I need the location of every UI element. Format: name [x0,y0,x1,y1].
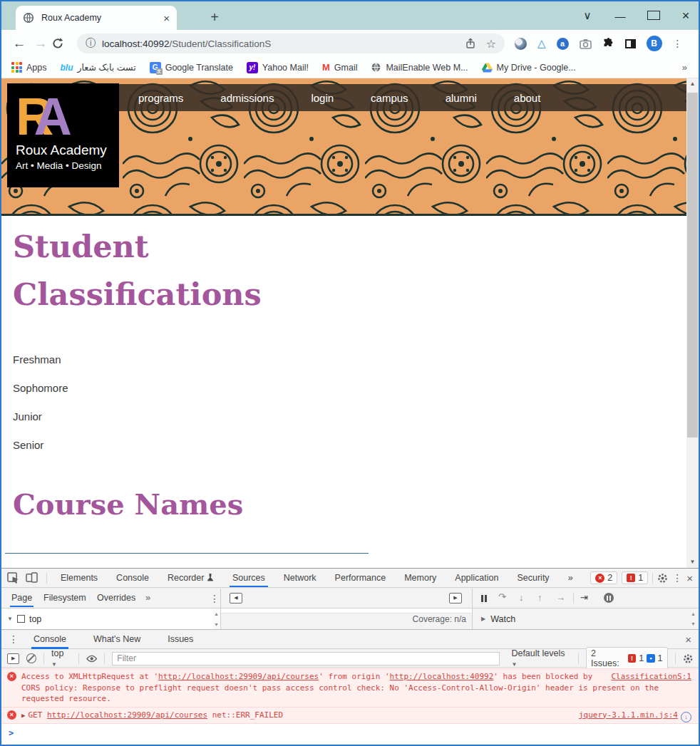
device-toolbar-icon[interactable] [26,572,38,584]
request-initiator-icon[interactable]: ↓ [681,712,691,722]
window-minimize-button[interactable]: — [614,10,626,22]
step-over-icon[interactable]: ↷ [498,591,506,602]
clear-console-icon[interactable] [26,653,36,663]
translator-extension-icon[interactable]: △ [537,37,546,50]
share-icon[interactable] [465,38,476,49]
console-context-selector[interactable]: top ▼ [51,648,71,668]
devtools-tab-console[interactable]: Console [113,569,152,587]
profile-avatar[interactable]: B [647,36,662,51]
failed-request-url-link[interactable]: http://localhost:29909/api/courses [47,710,207,720]
pause-script-icon[interactable] [480,594,488,604]
reload-button[interactable] [51,37,73,50]
devtools-menu-icon[interactable]: ⋮ [672,572,682,584]
step-out-icon[interactable]: ↑ [537,592,542,603]
drawer-tab-console[interactable]: Console [31,630,68,649]
forward-button[interactable]: → [30,36,51,51]
devtools-tab-elements[interactable]: Elements [58,569,101,587]
log-levels-selector[interactable]: Default levels ▼ [511,648,571,668]
expand-triangle-icon[interactable]: ▶ [21,712,25,719]
console-error-get-failed[interactable]: × jquery-3.1.1.min.js:4↓ ▶GET http://loc… [1,708,699,725]
console-filter-input[interactable] [112,652,500,665]
editor-pane[interactable]: Coverage: n/a [221,608,472,629]
console-error-cors[interactable]: × ClassificationS:1 Access to XMLHttpReq… [1,668,699,708]
site-logo[interactable]: RA Roux Academy Art • Media • Design [7,83,119,187]
browser-tab[interactable]: Roux Academy × [16,6,177,30]
show-debugger-sidebar-icon[interactable]: ▶ [449,593,462,603]
scrollbar-thumb[interactable] [687,93,698,437]
devtools-tab-sources[interactable]: Sources [230,569,268,587]
bookmark-gmail[interactable]: M Gmail [322,62,358,73]
issues-summary[interactable]: 2 Issues: !1 ▪1 [586,647,668,670]
step-into-icon[interactable]: ↓ [519,592,524,603]
apps-shortcut[interactable]: Apps [11,62,47,73]
nav-admissions[interactable]: admissions [220,92,274,104]
devtools-tab-performance[interactable]: Performance [332,569,389,587]
new-tab-button[interactable]: + [205,9,224,27]
frame-tree[interactable]: ▼ top [1,608,212,629]
console-settings-gear-icon[interactable] [683,653,694,664]
drawer-close-icon[interactable]: × [685,633,691,646]
window-close-button[interactable]: × [680,9,691,24]
nav-about[interactable]: about [514,92,541,104]
nav-programs[interactable]: programs [138,92,183,104]
inspect-element-icon[interactable] [7,572,19,584]
download-manager-extension-icon[interactable] [515,38,527,50]
sources-tab-filesystem[interactable]: Filesystem [42,589,88,607]
console-prompt[interactable]: > [1,724,699,742]
bookmark-google-translate[interactable]: G文 Google Translate [150,62,233,73]
error-source-link[interactable]: ClassificationS:1 [611,671,691,683]
side-panel-icon[interactable] [625,39,636,48]
sources-tab-overrides[interactable]: Overrides [96,589,137,607]
scrollbar-up-icon[interactable]: ▲ [686,78,699,90]
site-info-icon[interactable]: ⓘ [86,37,96,50]
devtools-tab-memory[interactable]: Memory [401,569,439,587]
console-errors-badge[interactable]: ×2 [590,571,617,584]
error-origin-link[interactable]: http://localhost:40992 [390,672,494,681]
bookmark-my-drive[interactable]: My Drive - Google... [482,63,576,73]
issues-badge[interactable]: !1 [622,571,648,584]
console-sidebar-icon[interactable]: ▶ [7,653,19,664]
screenshot-camera-icon[interactable] [580,38,592,49]
devtools-close-icon[interactable]: × [686,572,693,584]
browser-menu-icon[interactable]: ⋮ [673,38,683,49]
tab-close-icon[interactable]: × [163,12,170,24]
watch-expand-icon[interactable]: ▶ [481,616,485,622]
nav-login[interactable]: login [311,92,334,104]
window-maximize-button[interactable] [647,10,659,22]
extensions-puzzle-icon[interactable] [602,38,614,50]
step-icon[interactable]: → [556,592,565,603]
nav-alumni[interactable]: alumni [446,92,477,104]
devtools-tab-application[interactable]: Application [452,569,501,587]
page-scrollbar[interactable]: ▲ ▼ [686,78,699,568]
sources-tabs-overflow[interactable]: » [144,589,152,607]
bookmark-yahoo-mail[interactable]: y! Yahoo Mail! [247,62,309,73]
devtools-tab-security[interactable]: Security [514,569,552,587]
error-url-link[interactable]: http://localhost:29909/api/courses [158,672,319,681]
error-source-link[interactable]: jquery-3.1.1.min.js:4 [579,710,678,720]
url-bar[interactable]: ⓘ localhost:40992 /Student/Classificatio… [77,33,505,53]
bookmark-star-icon[interactable]: ☆ [486,37,496,51]
watch-section[interactable]: ▶ Watch ▲▼ [473,608,699,629]
navigator-menu-icon[interactable]: ⋮ [210,593,220,604]
live-expression-eye-icon[interactable] [86,655,97,663]
watch-scrollbar[interactable]: ▲▼ [691,611,696,626]
pause-on-exceptions-icon[interactable] [604,593,614,603]
sources-tab-page[interactable]: Page [10,589,34,607]
bookmark-persian[interactable]: blu تست بابک شعار [61,62,136,73]
devtools-tab-network[interactable]: Network [281,569,319,587]
devtools-settings-gear-icon[interactable] [657,573,668,584]
nav-campus[interactable]: campus [371,92,408,104]
drawer-tab-whats-new[interactable]: What's New [91,630,143,649]
bookmark-mailenable[interactable]: MailEnable Web M... [371,62,468,73]
tree-expand-icon[interactable]: ▼ [7,616,13,622]
devtools-tab-recorder[interactable]: Recorder [165,569,217,587]
devtools-tabs-overflow[interactable]: » [565,569,576,587]
navigator-scrollbar[interactable]: ▲▼ [212,608,220,629]
deactivate-breakpoints-icon[interactable]: ⇥ [580,592,588,603]
bookmarks-overflow-chevron[interactable]: » [682,62,687,73]
back-button[interactable]: ← [9,36,30,51]
drawer-tab-issues[interactable]: Issues [165,630,195,649]
assistant-extension-icon[interactable]: a [557,38,569,50]
scrollbar-down-icon[interactable]: ▼ [686,556,699,568]
hide-navigator-icon[interactable]: ◀ [230,593,242,603]
